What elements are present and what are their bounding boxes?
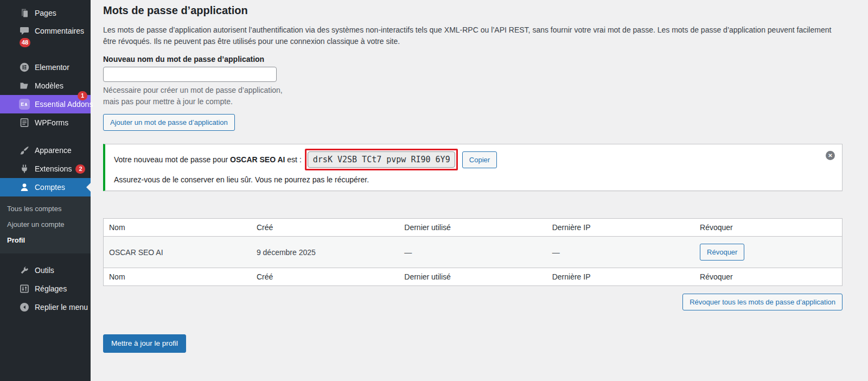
add-application-password-button[interactable]: Ajouter un mot de passe d’application xyxy=(103,114,235,131)
extensions-count-badge: 2 xyxy=(75,164,85,174)
cell-last-ip: — xyxy=(547,237,694,268)
footer-header-cree: Créé xyxy=(251,268,399,286)
new-password-help-text: Nécessaire pour créer un mot de passe d’… xyxy=(103,85,283,107)
footer-header-derniere-ip: Dernière IP xyxy=(547,268,694,286)
comments-count-badge: 48 xyxy=(20,38,30,47)
users-icon xyxy=(19,182,30,193)
sidebar-item-replier-le-menu[interactable]: Replier le menu xyxy=(0,298,91,316)
cell-last-used: — xyxy=(399,237,546,268)
column-header-revoquer: Révoquer xyxy=(694,219,842,237)
revoke-button[interactable]: Révoquer xyxy=(700,244,744,261)
current-menu-arrow xyxy=(86,183,91,192)
sidebar-item-label: Pages xyxy=(35,9,56,17)
application-passwords-table: Nom Créé Dernier utilisé Dernière IP Rév… xyxy=(103,218,843,286)
sidebar-item-pages[interactable]: Pages xyxy=(0,4,91,22)
sidebar-item-wpforms[interactable]: WPForms xyxy=(0,113,91,132)
essential-addons-icon: E∧ xyxy=(19,99,30,110)
copy-password-button[interactable]: Copier xyxy=(462,151,497,168)
sidebar-item-outils[interactable]: Outils xyxy=(0,261,91,280)
application-name: OSCAR SEO AI xyxy=(230,155,285,164)
notice-message: Votre nouveau mot de passe pour OSCAR SE… xyxy=(114,155,302,164)
column-header-derniere-ip: Dernière IP xyxy=(547,219,694,237)
password-warning-text: Assurez-vous de le conserver en lieu sûr… xyxy=(114,175,818,184)
sidebar-item-apparence[interactable]: Apparence xyxy=(0,141,91,160)
footer-header-revoquer: Révoquer xyxy=(694,268,842,286)
submenu-item-profil[interactable]: Profil xyxy=(0,232,91,248)
templates-icon xyxy=(19,80,30,91)
sidebar-item-label: Replier le menu xyxy=(35,303,88,312)
sidebar-item-label: Réglages xyxy=(35,284,67,293)
wpforms-icon xyxy=(19,117,30,128)
update-profile-button[interactable]: Mettre à jour le profil xyxy=(103,334,186,353)
admin-sidebar: Pages Commentaires 48 Elementor Modèles … xyxy=(0,0,91,381)
application-passwords-description: Les mots de passe d’application autorise… xyxy=(103,24,843,47)
settings-icon xyxy=(19,283,30,294)
footer-header-dernier-utilise: Dernier utilisé xyxy=(399,268,546,286)
page-title: Mots de passe d’application xyxy=(103,4,843,17)
comptes-submenu: Tous les comptes Ajouter un compte Profi… xyxy=(0,196,91,253)
sidebar-item-modeles[interactable]: Modèles xyxy=(0,77,91,95)
tools-icon xyxy=(19,265,30,276)
pages-icon xyxy=(19,8,30,18)
cell-created: 9 décembre 2025 xyxy=(251,237,399,268)
column-header-nom: Nom xyxy=(104,219,251,237)
new-password-name-input[interactable] xyxy=(103,67,277,82)
sidebar-item-label: Extensions xyxy=(35,164,72,173)
sidebar-item-extensions[interactable]: Extensions 2 xyxy=(0,160,91,178)
footer-header-nom: Nom xyxy=(104,268,251,286)
submenu-item-tous-les-comptes[interactable]: Tous les comptes xyxy=(0,201,91,217)
comments-icon xyxy=(19,26,30,36)
new-password-name-label: Nouveau nom du mot de passe d’applicatio… xyxy=(103,55,843,63)
cell-name: OSCAR SEO AI xyxy=(104,237,251,268)
dismiss-notice-icon[interactable]: ✕ xyxy=(826,151,835,160)
sidebar-item-label: Comptes xyxy=(35,183,65,192)
column-header-dernier-utilise: Dernier utilisé xyxy=(399,219,546,237)
elementor-icon xyxy=(19,62,30,73)
password-highlight-annotation xyxy=(305,149,458,170)
new-password-value-field[interactable] xyxy=(308,151,455,168)
sidebar-item-comments[interactable]: Commentaires 48 xyxy=(0,22,91,50)
essential-addons-badge: 1 xyxy=(78,91,87,100)
sidebar-item-elementor[interactable]: Elementor xyxy=(0,58,91,77)
revoke-all-passwords-button[interactable]: Révoquer tous les mots de passe d’applic… xyxy=(682,294,843,310)
submenu-item-ajouter-un-compte[interactable]: Ajouter un compte xyxy=(0,217,91,232)
table-row: OSCAR SEO AI 9 décembre 2025 — — Révoque… xyxy=(104,237,843,268)
sidebar-item-label: Essential Addons xyxy=(35,100,93,109)
sidebar-item-label: Elementor xyxy=(35,63,69,72)
sidebar-item-comptes[interactable]: Comptes xyxy=(0,178,91,196)
appearance-icon xyxy=(19,145,30,156)
sidebar-item-label: Apparence xyxy=(35,146,72,155)
collapse-icon xyxy=(19,302,30,313)
column-header-cree: Créé xyxy=(251,219,399,237)
new-password-notice: Votre nouveau mot de passe pour OSCAR SE… xyxy=(103,144,843,191)
sidebar-item-label: WPForms xyxy=(35,118,68,127)
sidebar-item-reglages[interactable]: Réglages xyxy=(0,280,91,298)
main-content: Mots de passe d’application Les mots de … xyxy=(91,0,868,353)
sidebar-item-label: Outils xyxy=(35,266,54,275)
sidebar-item-essential-addons[interactable]: E∧ Essential Addons 1 xyxy=(0,95,91,113)
plugins-icon xyxy=(19,163,30,174)
sidebar-item-label: Modèles xyxy=(35,81,63,90)
sidebar-item-label: Commentaires xyxy=(35,27,84,35)
